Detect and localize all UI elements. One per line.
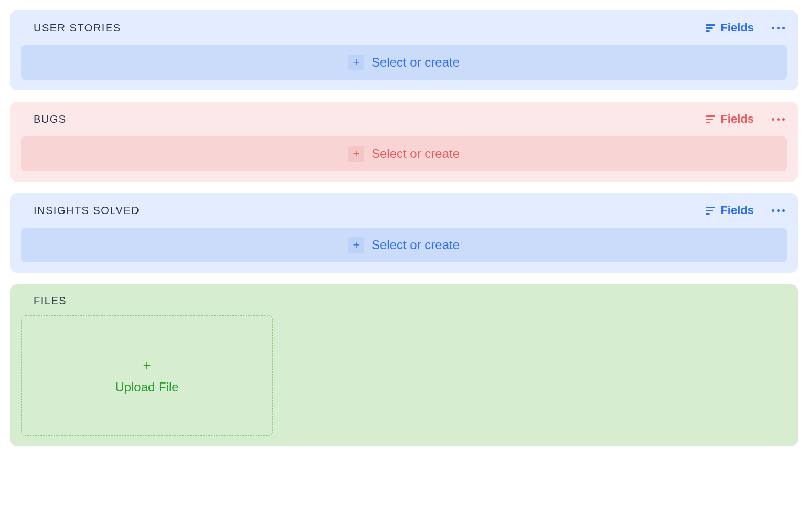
section-insights-solved: INSIGHTS SOLVED Fields + Select or creat…: [10, 193, 798, 273]
fields-label: Fields: [720, 112, 754, 126]
plus-icon: +: [353, 239, 360, 251]
filter-icon: [706, 24, 715, 32]
select-or-create-row[interactable]: + Select or create: [21, 45, 787, 80]
plus-icon: +: [143, 357, 151, 374]
filter-icon: [706, 207, 715, 215]
fields-button[interactable]: Fields: [706, 204, 754, 217]
select-or-create-label: Select or create: [371, 238, 460, 252]
header-actions: Fields: [706, 204, 787, 217]
fields-button[interactable]: Fields: [706, 112, 754, 126]
section-bugs: BUGS Fields + Select or create: [10, 102, 798, 182]
more-button[interactable]: [770, 27, 787, 29]
section-header: FILES: [21, 295, 787, 307]
header-actions: Fields: [706, 112, 787, 126]
select-or-create-label: Select or create: [371, 55, 460, 70]
section-title: BUGS: [21, 113, 67, 125]
header-actions: Fields: [706, 21, 787, 35]
dots-icon: [772, 209, 774, 212]
plus-badge: +: [348, 146, 364, 162]
section-header: USER STORIES Fields: [21, 21, 787, 35]
select-or-create-label: Select or create: [371, 146, 460, 161]
section-user-stories: USER STORIES Fields + Select or create: [10, 10, 798, 90]
section-title: INSIGHTS SOLVED: [21, 205, 140, 217]
section-title: USER STORIES: [21, 22, 121, 34]
select-or-create-row[interactable]: + Select or create: [21, 136, 787, 171]
plus-icon: +: [353, 57, 360, 68]
upload-file-label: Upload File: [115, 380, 178, 395]
select-or-create-row[interactable]: + Select or create: [21, 228, 787, 262]
dots-icon: [772, 118, 774, 121]
section-files: FILES + Upload File: [10, 284, 798, 446]
filter-icon: [706, 115, 715, 123]
section-header: INSIGHTS SOLVED Fields: [21, 204, 787, 217]
fields-label: Fields: [720, 204, 754, 217]
more-button[interactable]: [770, 118, 787, 121]
plus-icon: +: [353, 148, 360, 159]
fields-label: Fields: [720, 21, 754, 35]
fields-button[interactable]: Fields: [706, 21, 754, 35]
dots-icon: [772, 27, 774, 29]
upload-file-box[interactable]: + Upload File: [21, 315, 273, 436]
section-title: FILES: [21, 295, 67, 307]
more-button[interactable]: [770, 209, 787, 212]
section-header: BUGS Fields: [21, 112, 787, 126]
plus-badge: +: [348, 55, 364, 70]
plus-badge: +: [348, 237, 364, 253]
